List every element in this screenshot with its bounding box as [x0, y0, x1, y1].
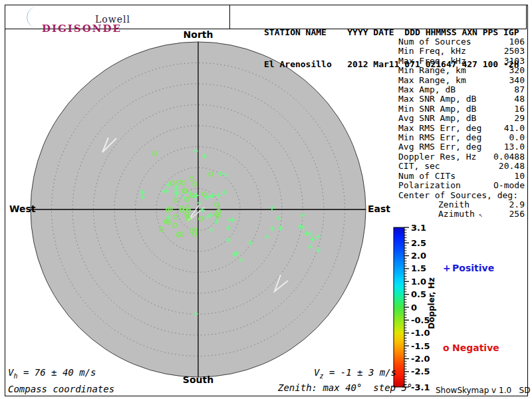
stat-value: 41.0	[504, 124, 525, 133]
stat-label: Polarization	[398, 181, 461, 190]
stat-row: Max Range, km340	[398, 76, 525, 85]
stat-label: Max Amp, dB	[398, 85, 456, 94]
stat-row: Min RMS Err, deg0.0	[398, 133, 525, 142]
compass-label-south: South	[183, 374, 213, 385]
stat-value: 20.48	[499, 162, 525, 171]
stat-label: CIT, sec	[398, 162, 440, 171]
stat-label: Min RMS Err, deg	[398, 133, 481, 142]
colorbar-tick-label: 2.5	[411, 238, 426, 248]
colorbar-tick-label: -3.1	[411, 382, 430, 392]
stat-row: PolarizationO-mode	[398, 181, 525, 190]
compass-label-east: East	[368, 203, 390, 214]
azimuth-direction-icon: ↖	[475, 211, 483, 218]
stat-row: Num of CITs10	[398, 172, 525, 181]
colorbar-tick-label: 1.0	[411, 277, 426, 287]
legend-negative-label: Negative	[452, 342, 499, 353]
stat-row: Max SNR Amp, dB48	[398, 94, 525, 104]
stat-value: 87	[514, 85, 525, 94]
plus-marker-icon: +	[443, 263, 452, 273]
lowell-digisonde-logo: Lowell DIGISONDE	[5, 5, 230, 29]
stat-value: 2.9	[509, 200, 525, 209]
stat-row: Min SNR Amp, dB16	[398, 104, 525, 114]
legend-positive-label: Positive	[452, 263, 494, 273]
stat-value: 320	[509, 66, 525, 75]
stat-row: Max Amp, dB87	[398, 85, 525, 94]
stat-label: Max Freq, kHz	[398, 57, 466, 66]
stat-value: 256	[509, 209, 525, 219]
colorbar-tick-label: 2.0	[411, 251, 426, 261]
colorbar-tick-label: -2.5	[411, 366, 430, 376]
stat-row: Max Freq, kHz3103	[398, 57, 525, 66]
circle-marker-icon: o	[443, 342, 452, 353]
stat-row: Num of Sources106	[398, 37, 525, 47]
stat-value: 3103	[504, 57, 525, 66]
stat-label: Max SNR Amp, dB	[398, 94, 476, 104]
stat-value: 106	[509, 37, 525, 47]
stat-label: Doppler Res, Hz	[398, 152, 476, 162]
skymap-screen: 3.12.52.01.51.00.50-0.5-1.0-1.5-2.0-2.5-…	[0, 0, 532, 399]
stat-label: Num of CITs	[398, 172, 456, 181]
colorbar-tick-label: -2.0	[411, 354, 430, 364]
stat-label: Avg SNR Amp, dB	[398, 114, 476, 123]
stat-label: Azimuth ↖	[438, 209, 483, 219]
colorbar-tick-label: 3.1	[411, 223, 426, 233]
stat-value: 0.0	[509, 133, 525, 142]
stat-row: CIT, sec20.48	[398, 162, 525, 171]
stat-sub-row: Zenith2.9	[398, 200, 525, 209]
stat-label: Zenith	[438, 200, 469, 209]
stat-value: 0.0488	[493, 152, 525, 162]
stat-label: Min Freq, kHz	[398, 47, 466, 56]
doppler-colorbar	[394, 227, 404, 387]
stat-label: Max Range, km	[398, 76, 466, 85]
compass-label-west: West	[9, 203, 35, 214]
legend-negative: oNegative	[443, 342, 499, 353]
stat-value: 16	[514, 104, 525, 114]
stat-row: Avg RMS Err, deg13.0	[398, 142, 525, 152]
stat-value: 48	[514, 94, 525, 104]
stat-value: 2503	[504, 47, 525, 56]
vertical-velocity-readout: Vz = -1 ± 3 m/s	[314, 367, 396, 380]
compass-label-north: North	[184, 29, 213, 40]
colorbar-tick-label: 0	[411, 303, 417, 313]
colorbar-tick-label: 1.5	[411, 263, 426, 273]
stat-value: 10	[514, 172, 525, 181]
stat-row: Min Freq, kHz2503	[398, 47, 525, 56]
stat-label: Max RMS Err, deg	[398, 124, 481, 133]
stat-value: 13.0	[504, 142, 525, 152]
stat-label: Num of Sources	[398, 37, 471, 47]
stat-value: 340	[509, 76, 525, 85]
horizontal-velocity-readout: Vh = 76 ± 40 m/s	[8, 367, 96, 380]
software-version: ShowSkymap v 1.0 SD v 5.0	[436, 386, 532, 395]
stat-sub-row: Azimuth ↖256	[398, 209, 525, 219]
stat-row: Max RMS Err, deg41.0	[398, 124, 525, 133]
coordinate-system-note: Compass coordinates	[8, 384, 114, 394]
logo-digisonde-text: DIGISONDE	[42, 23, 122, 35]
legend-positive: +Positive	[443, 263, 494, 273]
colorbar-tick-label: 0.5	[411, 289, 426, 299]
stat-value: O-mode	[493, 181, 525, 190]
stat-label: Avg RMS Err, deg	[398, 142, 481, 152]
stat-label: Min Range, km	[398, 66, 466, 75]
stat-label: Min SNR Amp, dB	[398, 104, 476, 114]
colorbar-tick-label: -1.5	[411, 341, 430, 351]
stat-row: Doppler Res, Hz0.0488	[398, 152, 525, 162]
stat-row: Min Range, km320	[398, 66, 525, 75]
colorbar-axis-label: Doppler, Hz	[427, 277, 436, 329]
stat-section-header: Center of Sources, deg:	[398, 191, 525, 200]
zenith-range-note: Zenith: max 40° step 5°	[278, 382, 412, 393]
stat-value: 29	[514, 114, 525, 123]
stat-row: Avg SNR Amp, dB29	[398, 114, 525, 123]
header-column-titles: STATION NAME YYYY DATE DDD HHMMSS AXN PP…	[264, 27, 519, 38]
statistics-panel: Num of Sources106Min Freq, kHz2503Max Fr…	[398, 37, 525, 220]
